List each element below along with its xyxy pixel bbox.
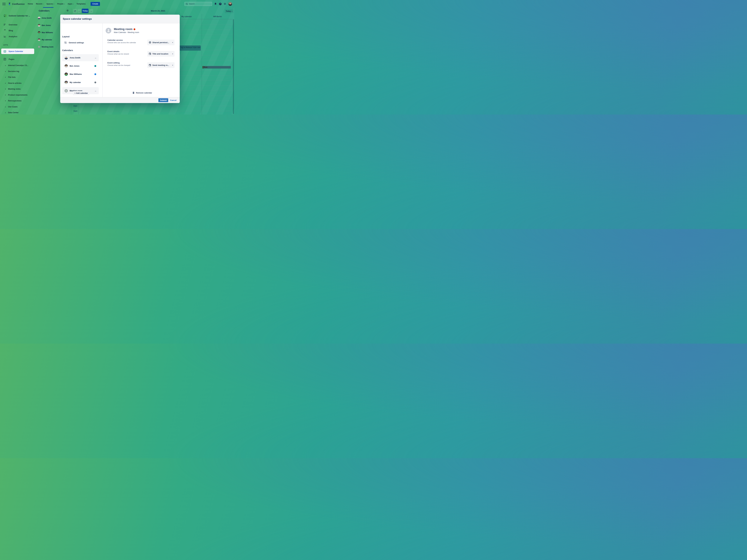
- bullet-icon: •: [5, 100, 8, 102]
- setting-label-calendar-access: Calendar access: [107, 39, 123, 41]
- sidebar-item-space-calendar-active[interactable]: Space Calendar: [1, 49, 34, 54]
- calendar-list-item-meeting-room[interactable]: Meeting room: [38, 46, 53, 48]
- layout-heading: Layout: [62, 35, 70, 38]
- trash-icon: [132, 91, 135, 94]
- confluence-logo-icon: [8, 2, 11, 5]
- top-nav: Confluence Home Recent▾ Spaces▾ People▾ …: [0, 0, 234, 8]
- modal-calendar-row-my-calendar[interactable]: My calendar: [62, 79, 99, 86]
- chevron-down-icon: ▾: [232, 10, 232, 12]
- create-button[interactable]: Create: [91, 2, 100, 6]
- calendar-settings-icon: [149, 53, 151, 55]
- space-name: Outlook Calendar for ...: [9, 15, 30, 17]
- nav-templates[interactable]: Templates: [77, 3, 85, 5]
- event-release-3[interactable]: ing on Release 3 (for new: [180, 46, 201, 51]
- avatar: [38, 24, 40, 27]
- sidebar-item-use-cases[interactable]: › Use Cases: [0, 106, 35, 108]
- calendar-color-status-dot[interactable]: [134, 28, 135, 30]
- calendar-list-item-anna[interactable]: Anna Smith: [38, 17, 52, 19]
- next-day-button[interactable]: →: [89, 9, 93, 13]
- settings-gear-icon[interactable]: ⚙: [224, 3, 226, 5]
- event-editing-dropdown[interactable]: Send meeting re... ▾: [147, 62, 175, 68]
- chevron-down-icon: ▾: [64, 3, 65, 5]
- date-heading: March 23, 2021: [143, 10, 173, 12]
- meeting-room-avatar: [106, 28, 111, 33]
- event-details-dropdown[interactable]: Title and location ▾: [147, 51, 175, 57]
- app-switcher-icon[interactable]: [3, 3, 5, 5]
- user-avatar[interactable]: [228, 2, 232, 6]
- sidebar-item-overview[interactable]: Overview: [4, 24, 17, 26]
- sidebar-item-file-lists[interactable]: • File lists: [0, 76, 35, 78]
- search-box[interactable]: [184, 2, 212, 6]
- search-input[interactable]: [189, 3, 207, 5]
- sidebar-item-how-to-articles[interactable]: • How-to articles: [0, 82, 35, 84]
- calendar-access-dropdown[interactable]: Shared permissi... ▾: [147, 39, 175, 45]
- blog-quote-icon: ”: [4, 30, 6, 31]
- space-header[interactable]: Outlook Calendar for ...: [3, 14, 30, 18]
- chevron-right-icon: ›: [5, 64, 8, 66]
- analytics-chart-icon: [4, 35, 6, 37]
- general-settings-item[interactable]: General settings: [64, 42, 84, 44]
- submit-button[interactable]: Submit: [158, 98, 168, 102]
- bullet-icon: •: [5, 76, 8, 78]
- avatar: [65, 56, 68, 59]
- nav-home[interactable]: Home: [28, 3, 33, 5]
- nav-people[interactable]: People▾: [57, 3, 65, 5]
- sidebar-item-meeting-notes[interactable]: • Meeting notes: [0, 88, 35, 90]
- bullet-icon: •: [5, 88, 8, 90]
- sidebar-item-data-center[interactable]: › Data Center: [0, 111, 35, 114]
- setting-desc-calendar-access: Choose who can access the calendar: [107, 42, 136, 44]
- bullet-icon: •: [5, 82, 8, 84]
- calendar-list-item-ben[interactable]: Ben Jones: [38, 24, 51, 27]
- color-dot: [95, 73, 96, 75]
- avatar: [38, 31, 40, 34]
- sidebar-item-internal-concepts[interactable]: › Internal Concetps / D...: [0, 64, 35, 66]
- prev-day-button[interactable]: ←: [78, 9, 81, 13]
- event-busy[interactable]: Busy: [203, 66, 231, 69]
- calendars-panel-title: Calendars: [39, 9, 50, 12]
- time-label-10pm: 10pm: [71, 105, 77, 107]
- chevron-down-icon: ▾: [172, 53, 173, 55]
- chevron-right-icon: ›: [5, 106, 8, 108]
- modal-calendar-row-max[interactable]: Max Williams: [62, 71, 99, 78]
- add-calendar-button[interactable]: + Add calendar: [73, 91, 89, 95]
- help-icon[interactable]: ?: [219, 3, 222, 5]
- pages-document-icon: [4, 58, 6, 60]
- brand-name: Confluence: [12, 3, 25, 5]
- refresh-button[interactable]: [73, 9, 77, 13]
- modal-calendars-heading: Calendars: [62, 49, 73, 52]
- detail-title: Meeting room: [114, 27, 132, 31]
- bullet-icon: •: [5, 94, 8, 96]
- remove-calendar-button[interactable]: Remove calendar: [132, 91, 152, 94]
- nav-recent[interactable]: Recent▾: [36, 3, 43, 5]
- search-icon: [186, 3, 188, 5]
- chevron-down-icon: ▾: [172, 64, 173, 66]
- sidebar-item-analytics[interactable]: Analytics: [4, 35, 17, 37]
- calendars-settings-gear-icon[interactable]: ⚙: [67, 9, 69, 12]
- avatar: [65, 81, 68, 84]
- sidebar-item-blog[interactable]: ” Blog: [4, 29, 13, 32]
- setting-desc-event-editing: Choose what can be changed: [107, 64, 130, 66]
- column-header-mr-berlin: MR-Berlin: [206, 16, 230, 18]
- sliders-icon: [64, 42, 67, 44]
- sidebar-item-decision-log[interactable]: • Decision log: [0, 70, 35, 73]
- view-range-selector[interactable]: Today ▾: [225, 9, 233, 13]
- time-label-11pm: 11pm: [71, 110, 77, 112]
- today-button[interactable]: Today: [82, 9, 88, 13]
- nav-apps[interactable]: Apps▾: [68, 3, 74, 5]
- calendar-list-item-max[interactable]: Max Williams: [38, 31, 53, 34]
- primary-nav: Home Recent▾ Spaces▾ People▾ Apps▾ Templ…: [28, 3, 85, 5]
- setting-desc-event-details: Choose what can be viewed: [107, 53, 129, 55]
- cancel-button[interactable]: Cancel: [170, 99, 176, 101]
- sidebar-item-retrospectives[interactable]: • Retrospectives: [0, 100, 35, 102]
- modal-calendar-row-ben[interactable]: Ben Jones: [62, 62, 99, 70]
- setting-label-event-editing: Event editing: [107, 62, 120, 64]
- color-dot: [95, 65, 96, 67]
- sidebar-item-product-requirements[interactable]: • Product requirements: [0, 94, 35, 96]
- modal-calendar-row-anna[interactable]: Anna Smith →: [62, 54, 99, 61]
- confluence-logo[interactable]: Confluence: [8, 2, 25, 5]
- sidebar-item-pages[interactable]: Pages: [4, 58, 14, 60]
- calendar-list-item-my-calendar[interactable]: My calendar: [38, 38, 52, 41]
- vertical-scrollbar[interactable]: [233, 19, 234, 114]
- notifications-bell-icon[interactable]: [214, 3, 217, 5]
- nav-spaces[interactable]: Spaces▾: [47, 3, 54, 5]
